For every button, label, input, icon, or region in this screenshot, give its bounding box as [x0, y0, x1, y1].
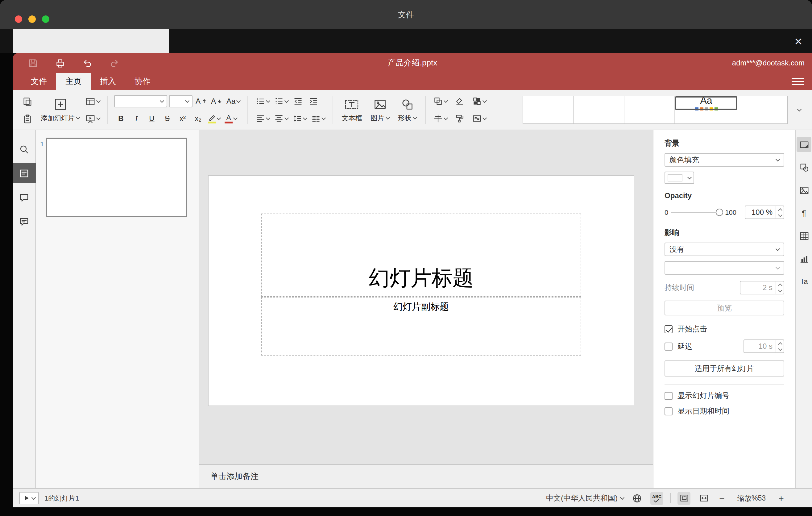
theme-option[interactable]: [737, 96, 787, 123]
search-button[interactable]: [13, 139, 35, 159]
highlight-color-button[interactable]: [207, 111, 222, 125]
bold-button[interactable]: B: [114, 111, 128, 125]
slide-thumbnail[interactable]: [46, 138, 187, 217]
apply-to-all-slides-button[interactable]: 适用于所有幻灯片: [665, 361, 784, 376]
delay-input[interactable]: 10 s: [744, 340, 784, 353]
insert-shape-button[interactable]: 形状: [395, 97, 419, 122]
spin-up-icon[interactable]: [776, 340, 784, 346]
columns-button[interactable]: [310, 111, 326, 125]
spin-down-icon[interactable]: [776, 346, 784, 352]
tab-collaboration[interactable]: 协作: [125, 73, 160, 90]
zoom-out-button[interactable]: −: [717, 492, 727, 504]
font-name-combo[interactable]: [114, 95, 167, 107]
theme-option[interactable]: [625, 96, 675, 123]
theme-option[interactable]: [523, 96, 574, 123]
theme-option-selected[interactable]: Aa: [675, 96, 737, 110]
delay-row[interactable]: 延迟 10 s: [665, 340, 784, 353]
fill-type-select[interactable]: 颜色填充: [665, 153, 784, 167]
preview-button[interactable]: 预览: [665, 300, 784, 315]
fit-to-slide-button[interactable]: [677, 492, 691, 505]
table-settings-button[interactable]: [796, 228, 811, 243]
tab-insert[interactable]: 插入: [91, 73, 125, 90]
save-button[interactable]: [27, 57, 39, 69]
line-spacing-button[interactable]: [291, 111, 308, 125]
language-selector[interactable]: 中文(中华人民共和国): [546, 493, 624, 503]
fill-color-select[interactable]: [665, 172, 694, 184]
color-scheme-button[interactable]: [470, 94, 487, 108]
underline-button[interactable]: U: [145, 111, 158, 125]
shape-settings-button[interactable]: [796, 160, 811, 175]
arrange-shapes-button[interactable]: [432, 94, 448, 108]
start-slideshow-button[interactable]: [84, 111, 101, 125]
image-settings-button[interactable]: [796, 183, 811, 198]
start-slideshow-status-button[interactable]: [19, 492, 39, 504]
insert-textbox-button[interactable]: 文本框: [339, 97, 364, 122]
tab-file[interactable]: 文件: [22, 73, 56, 90]
spinner[interactable]: [776, 206, 784, 219]
document-language-button[interactable]: [631, 492, 643, 505]
start-on-click-checkbox[interactable]: [665, 325, 672, 333]
slide-layout-button[interactable]: [84, 94, 101, 108]
start-on-click-row[interactable]: 开始点击: [665, 324, 784, 335]
align-shapes-button[interactable]: [432, 111, 448, 125]
clear-style-button[interactable]: [453, 94, 466, 108]
show-slide-number-checkbox[interactable]: [665, 392, 672, 400]
slide[interactable]: 幻灯片标题 幻灯片副标题: [208, 176, 634, 405]
fit-to-width-button[interactable]: [697, 492, 710, 505]
italic-button[interactable]: I: [129, 111, 143, 125]
numbering-button[interactable]: [272, 94, 289, 108]
horizontal-align-button[interactable]: [254, 111, 270, 125]
title-placeholder[interactable]: 幻灯片标题: [261, 213, 581, 297]
increase-indent-button[interactable]: [306, 94, 320, 108]
theme-gallery-expand-button[interactable]: [792, 101, 806, 119]
menu-button[interactable]: [792, 76, 804, 87]
paste-button[interactable]: [20, 111, 34, 125]
chat-button[interactable]: [13, 211, 35, 231]
comments-button[interactable]: [13, 187, 35, 207]
insert-image-button[interactable]: 图片: [368, 97, 392, 122]
duration-input[interactable]: 2 s: [740, 281, 784, 294]
spell-check-button[interactable]: ABC: [650, 492, 663, 505]
superscript-button[interactable]: x²: [176, 111, 190, 125]
tab-home[interactable]: 主页: [56, 73, 91, 90]
copy-button[interactable]: [20, 94, 34, 108]
show-date-time-checkbox[interactable]: [665, 407, 672, 415]
spin-down-icon[interactable]: [776, 288, 784, 294]
add-slide-button[interactable]: 添加幻灯片: [38, 97, 82, 122]
print-button[interactable]: [54, 57, 66, 69]
spin-up-icon[interactable]: [776, 282, 784, 288]
spin-up-icon[interactable]: [776, 206, 784, 212]
undo-button[interactable]: [81, 57, 93, 69]
theme-option[interactable]: [574, 96, 625, 123]
font-size-combo[interactable]: [169, 95, 193, 107]
decrease-indent-button[interactable]: [291, 94, 304, 108]
change-case-button[interactable]: Aa: [225, 94, 241, 108]
effect-type-select[interactable]: [665, 261, 784, 275]
chart-settings-button[interactable]: [796, 251, 811, 266]
slide-size-button[interactable]: [470, 111, 487, 125]
show-date-time-row[interactable]: 显示日期和时间: [665, 406, 784, 417]
copy-style-button[interactable]: [453, 111, 466, 125]
paragraph-settings-button[interactable]: ¶: [796, 205, 811, 220]
increase-font-button[interactable]: A: [194, 94, 208, 108]
spinner[interactable]: [776, 340, 784, 352]
slider-knob[interactable]: [716, 209, 723, 216]
vertical-align-button[interactable]: [272, 111, 289, 125]
slide-settings-button[interactable]: [796, 137, 811, 152]
show-slide-number-row[interactable]: 显示幻灯片编号: [665, 391, 784, 401]
font-color-button[interactable]: A: [223, 111, 238, 125]
subscript-button[interactable]: x₂: [191, 111, 205, 125]
notes-area[interactable]: 单击添加备注: [199, 464, 653, 488]
decrease-font-button[interactable]: A: [210, 94, 223, 108]
zoom-in-button[interactable]: +: [776, 492, 786, 504]
textart-settings-button[interactable]: Ta: [796, 274, 811, 289]
effect-select[interactable]: 没有: [665, 242, 784, 256]
opacity-input[interactable]: 100 %: [745, 205, 784, 219]
delay-checkbox[interactable]: [665, 342, 672, 350]
bullets-button[interactable]: [254, 94, 270, 108]
redo-button[interactable]: [108, 57, 120, 69]
spinner[interactable]: [776, 282, 784, 294]
close-button[interactable]: ✕: [792, 34, 805, 48]
spin-down-icon[interactable]: [776, 212, 784, 219]
strikethrough-button[interactable]: S: [161, 111, 174, 125]
